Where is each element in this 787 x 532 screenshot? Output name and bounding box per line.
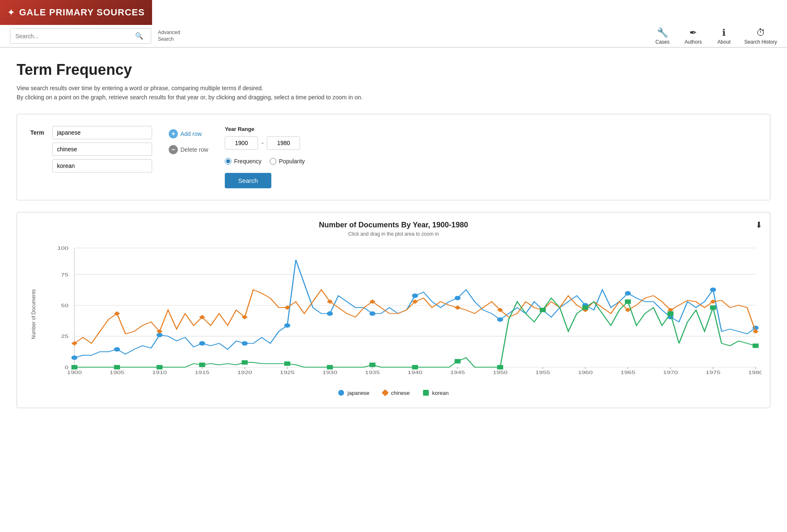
popularity-radio-label[interactable]: Popularity	[270, 158, 305, 165]
chart-section: Number of Documents By Year, 1900-1980 C…	[17, 212, 770, 408]
authors-icon: ✒	[689, 27, 697, 38]
nav-about[interactable]: ℹ About	[713, 27, 734, 45]
svg-rect-80	[71, 365, 78, 369]
brand-star-icon: ✦	[7, 7, 15, 17]
page-title: Term Frequency	[17, 61, 770, 79]
search-button[interactable]: Search	[225, 173, 271, 188]
year-range-inputs: -	[225, 136, 305, 150]
chart-container[interactable]: 0 25 50 75 100 1900190519101915192019251…	[50, 244, 762, 385]
metric-radio-group: Frequency Popularity	[225, 158, 305, 165]
search-box: 🔍	[10, 28, 151, 44]
header: ✦ GALE PRIMARY SOURCES U.S. Supreme Cour…	[0, 0, 787, 25]
legend-dot-korean	[423, 390, 429, 396]
download-icon[interactable]: ⬇	[755, 220, 762, 230]
svg-rect-84	[242, 360, 248, 365]
db-title-section: U.S. Supreme Court Records and Briefs	[152, 0, 787, 25]
search-input[interactable]	[10, 30, 131, 43]
svg-text:1915: 1915	[195, 369, 210, 375]
frequency-radio-label[interactable]: Frequency	[225, 158, 261, 165]
svg-text:25: 25	[61, 333, 69, 339]
authors-label: Authors	[685, 39, 702, 45]
svg-marker-65	[157, 329, 163, 334]
svg-rect-92	[582, 305, 588, 310]
svg-text:1945: 1945	[450, 369, 465, 375]
chart-wrapper: Number of Documents 0 25 50	[25, 244, 762, 385]
legend-dot-chinese	[382, 389, 389, 397]
form-right-section: Year Range - Frequency Popularity Search	[225, 126, 305, 188]
svg-rect-87	[369, 362, 376, 367]
nav-search-history[interactable]: ⏱ Search History	[744, 27, 777, 45]
svg-point-46	[71, 355, 78, 360]
term-inputs	[52, 126, 152, 172]
svg-marker-72	[455, 305, 461, 310]
legend-chinese: chinese	[383, 390, 410, 396]
svg-rect-88	[412, 365, 418, 369]
row-actions: + Add row − Delete row	[169, 126, 208, 156]
search-history-icon: ⏱	[756, 27, 765, 38]
svg-text:1935: 1935	[365, 369, 380, 375]
svg-text:50: 50	[61, 303, 69, 308]
year-range-separator: -	[261, 139, 263, 147]
svg-point-56	[497, 317, 503, 322]
svg-rect-94	[667, 311, 674, 316]
year-to-input[interactable]	[267, 136, 300, 150]
svg-rect-82	[157, 365, 163, 369]
svg-text:1950: 1950	[493, 369, 508, 375]
popularity-label: Popularity	[279, 158, 305, 165]
chart-title: Number of Documents By Year, 1900-1980	[25, 221, 762, 229]
frequency-radio[interactable]	[225, 158, 231, 165]
term-input-1[interactable]	[52, 126, 152, 139]
svg-text:1900: 1900	[67, 369, 82, 375]
delete-row-label: Delete row	[180, 146, 208, 153]
svg-text:75: 75	[61, 272, 69, 277]
chart-legend: japanese chinese korean	[25, 390, 762, 396]
svg-text:1975: 1975	[706, 369, 721, 375]
brand-logo[interactable]: ✦ GALE PRIMARY SOURCES	[7, 7, 145, 18]
svg-text:100: 100	[57, 245, 69, 251]
svg-text:1905: 1905	[110, 369, 125, 375]
db-title: U.S. Supreme Court Records and Briefs	[162, 6, 354, 19]
nav-authors[interactable]: ✒ Authors	[683, 27, 703, 45]
about-icon: ℹ	[722, 27, 726, 38]
about-label: About	[718, 39, 730, 45]
y-axis-label: Number of Documents	[31, 289, 37, 339]
svg-text:1965: 1965	[620, 369, 635, 375]
svg-point-54	[412, 293, 418, 298]
frequency-label: Frequency	[234, 158, 261, 165]
delete-row-button[interactable]: − Delete row	[169, 143, 208, 156]
navbar: 🔍 AdvancedSearch 🔧 Cases ✒ Authors ℹ Abo…	[0, 25, 787, 48]
svg-point-55	[455, 296, 461, 300]
main-content: Term Frequency View search results over …	[0, 48, 787, 421]
svg-rect-83	[199, 362, 205, 367]
year-from-input[interactable]	[225, 136, 258, 150]
nav-icons: 🔧 Cases ✒ Authors ℹ About ⏱ Search Histo…	[652, 27, 777, 45]
svg-text:1925: 1925	[280, 369, 295, 375]
svg-rect-93	[625, 299, 631, 304]
term-frequency-form: Term + Add row − Delete row Year Range	[17, 114, 770, 200]
search-submit-button[interactable]: 🔍	[131, 29, 148, 43]
legend-label-chinese: chinese	[391, 390, 410, 396]
svg-point-47	[114, 347, 120, 352]
add-row-label: Add row	[180, 131, 202, 137]
svg-text:1980: 1980	[748, 369, 762, 375]
add-row-button[interactable]: + Add row	[169, 128, 208, 140]
svg-text:1910: 1910	[152, 369, 167, 375]
svg-point-53	[369, 311, 376, 316]
term-input-2[interactable]	[52, 143, 152, 156]
year-range-label: Year Range	[225, 126, 305, 132]
chart-subtitle: Click and drag in the plot area to zoom …	[25, 231, 762, 237]
svg-rect-90	[497, 365, 503, 369]
svg-point-61	[710, 288, 716, 292]
legend-label-korean: korean	[432, 390, 449, 396]
svg-text:1960: 1960	[578, 369, 593, 375]
term-input-3[interactable]	[52, 159, 152, 172]
search-history-label: Search History	[744, 39, 777, 45]
svg-point-49	[199, 341, 205, 346]
svg-text:1930: 1930	[322, 369, 337, 375]
popularity-radio[interactable]	[270, 158, 276, 165]
nav-cases[interactable]: 🔧 Cases	[652, 27, 673, 45]
legend-japanese: japanese	[338, 390, 369, 396]
advanced-search-link[interactable]: AdvancedSearch	[158, 30, 180, 42]
svg-text:1955: 1955	[535, 369, 550, 375]
legend-dot-japanese	[338, 390, 344, 396]
